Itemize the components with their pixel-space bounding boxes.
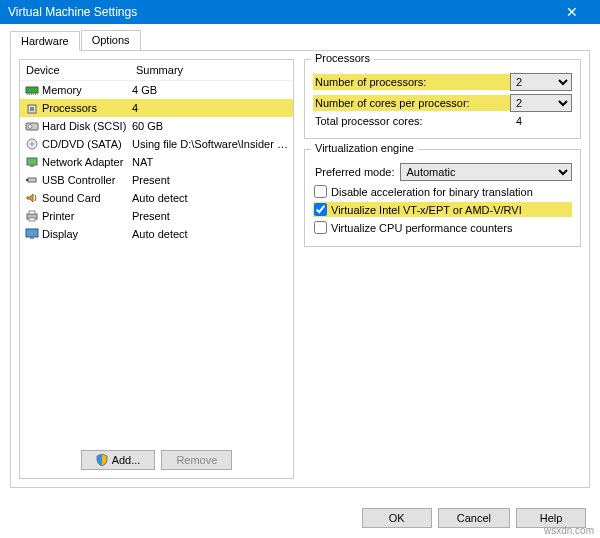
device-name: Memory [42, 84, 132, 96]
tab-options[interactable]: Options [81, 30, 141, 50]
device-row-hdd[interactable]: Hard Disk (SCSI)60 GB [20, 117, 293, 135]
device-row-cpu[interactable]: Processors4 [20, 99, 293, 117]
cores-per-processor-select[interactable]: 2 [510, 94, 572, 112]
device-summary: 4 GB [132, 84, 289, 96]
virtualization-legend: Virtualization engine [311, 142, 418, 154]
device-summary: NAT [132, 156, 289, 168]
disable-acceleration-checkbox[interactable] [314, 185, 327, 198]
svg-rect-18 [29, 218, 35, 221]
disable-acceleration-label: Disable acceleration for binary translat… [331, 186, 533, 198]
processors-legend: Processors [311, 52, 374, 64]
device-summary: Auto detect [132, 192, 289, 204]
printer-icon [24, 209, 40, 223]
svg-rect-3 [31, 93, 32, 95]
svg-rect-1 [27, 93, 28, 95]
svg-rect-12 [27, 158, 37, 165]
cancel-button[interactable]: Cancel [438, 508, 510, 528]
virtualization-group: Virtualization engine Preferred mode: Au… [304, 149, 581, 247]
header-device[interactable]: Device [20, 60, 130, 80]
device-name: Printer [42, 210, 132, 222]
device-summary: Auto detect [132, 228, 289, 240]
num-processors-row: Number of processors: 2 [313, 73, 572, 91]
device-name: Hard Disk (SCSI) [42, 120, 132, 132]
disable-acceleration-row: Disable acceleration for binary translat… [313, 184, 572, 199]
device-row-display[interactable]: DisplayAuto detect [20, 225, 293, 243]
virtualize-perf-label: Virtualize CPU performance counters [331, 222, 512, 234]
shield-icon [96, 454, 108, 466]
virtualize-perf-checkbox[interactable] [314, 221, 327, 234]
svg-rect-4 [33, 93, 34, 95]
cpu-icon [24, 101, 40, 115]
cd-icon [24, 137, 40, 151]
svg-rect-5 [35, 93, 36, 95]
net-icon [24, 155, 40, 169]
virtualize-vtx-label: Virtualize Intel VT-x/EPT or AMD-V/RVI [331, 204, 522, 216]
add-label: Add... [112, 454, 141, 466]
remove-button: Remove [161, 450, 232, 470]
device-row-net[interactable]: Network AdapterNAT [20, 153, 293, 171]
preferred-mode-label: Preferred mode: [313, 166, 394, 178]
svg-rect-14 [28, 178, 36, 182]
virtualize-vtx-checkbox[interactable] [314, 203, 327, 216]
content: Hardware Options Device Summary Memory4 … [0, 24, 600, 498]
num-processors-label: Number of processors: [313, 74, 510, 90]
processors-group: Processors Number of processors: 2 Numbe… [304, 59, 581, 139]
titlebar: Virtual Machine Settings ✕ [0, 0, 600, 24]
close-icon[interactable]: ✕ [552, 4, 592, 20]
hdd-icon [24, 119, 40, 133]
header-summary[interactable]: Summary [130, 60, 293, 80]
add-button[interactable]: Add... [81, 450, 156, 470]
device-name: CD/DVD (SATA) [42, 138, 132, 150]
svg-rect-13 [30, 165, 34, 167]
device-panel: Device Summary Memory4 GBProcessors4Hard… [19, 59, 294, 479]
tab-strip: Hardware Options [10, 30, 590, 50]
virtualize-perf-row: Virtualize CPU performance counters [313, 220, 572, 235]
svg-rect-15 [26, 179, 28, 181]
device-name: Processors [42, 102, 132, 114]
svg-rect-20 [30, 237, 34, 239]
usb-icon [24, 173, 40, 187]
total-cores-label: Total processor cores: [313, 115, 512, 127]
total-cores-row: Total processor cores: 4 [313, 115, 572, 127]
device-summary: Using file D:\Software\Insider Previe... [132, 138, 289, 150]
svg-point-9 [28, 125, 32, 129]
watermark: wsxdn.com [544, 525, 594, 536]
device-row-cd[interactable]: CD/DVD (SATA)Using file D:\Software\Insi… [20, 135, 293, 153]
device-summary: Present [132, 210, 289, 222]
preferred-mode-select[interactable]: Automatic [400, 163, 572, 181]
window-title: Virtual Machine Settings [8, 5, 552, 19]
total-cores-value: 4 [512, 115, 572, 127]
memory-icon [24, 83, 40, 97]
device-buttons: Add... Remove [20, 442, 293, 478]
device-name: Display [42, 228, 132, 240]
num-processors-select[interactable]: 2 [510, 73, 572, 91]
device-summary: 60 GB [132, 120, 289, 132]
tab-hardware[interactable]: Hardware [10, 31, 80, 51]
device-row-memory[interactable]: Memory4 GB [20, 81, 293, 99]
device-name: Sound Card [42, 192, 132, 204]
list-header: Device Summary [20, 60, 293, 81]
device-summary: Present [132, 174, 289, 186]
device-name: USB Controller [42, 174, 132, 186]
device-list: Device Summary Memory4 GBProcessors4Hard… [20, 60, 293, 442]
cores-per-processor-label: Number of cores per processor: [313, 95, 510, 111]
device-row-sound[interactable]: Sound CardAuto detect [20, 189, 293, 207]
svg-rect-19 [26, 229, 38, 237]
device-row-printer[interactable]: PrinterPresent [20, 207, 293, 225]
ok-button[interactable]: OK [362, 508, 432, 528]
cores-per-processor-row: Number of cores per processor: 2 [313, 94, 572, 112]
settings-panel: Processors Number of processors: 2 Numbe… [304, 59, 581, 479]
device-summary: 4 [132, 102, 289, 114]
svg-rect-7 [30, 107, 34, 111]
preferred-mode-row: Preferred mode: Automatic [313, 163, 572, 181]
virtualize-vtx-row: Virtualize Intel VT-x/EPT or AMD-V/RVI [313, 202, 572, 217]
svg-rect-0 [26, 87, 38, 93]
device-name: Network Adapter [42, 156, 132, 168]
svg-rect-17 [29, 211, 35, 214]
sound-icon [24, 191, 40, 205]
tab-panel: Device Summary Memory4 GBProcessors4Hard… [10, 50, 590, 488]
svg-rect-2 [29, 93, 30, 95]
device-row-usb[interactable]: USB ControllerPresent [20, 171, 293, 189]
display-icon [24, 227, 40, 241]
svg-point-11 [31, 143, 33, 145]
